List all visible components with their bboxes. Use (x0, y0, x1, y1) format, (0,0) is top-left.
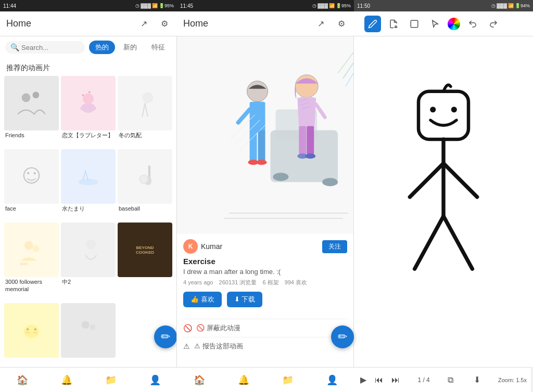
zoom-info: Zoom: 1.5x (498, 377, 527, 383)
search-input-wrap[interactable]: 🔍 (5, 41, 85, 54)
block-icon: 🚫 (183, 324, 192, 332)
avatar-initial: K (188, 243, 193, 250)
fast-forward-button[interactable]: ⏭ (389, 373, 402, 387)
list-item[interactable]: 水たまり (61, 149, 116, 220)
svg-point-1 (22, 94, 31, 102)
svg-point-8 (27, 172, 29, 174)
list-item[interactable] (4, 303, 59, 367)
post-actions: 👍 喜欢 ⬇ 下载 (183, 292, 347, 307)
app-bar-icons-left: ↗ ⚙ (137, 18, 171, 30)
svg-rect-41 (307, 126, 314, 154)
svg-point-19 (27, 329, 29, 331)
svg-point-28 (273, 173, 288, 181)
select-tool[interactable] (427, 16, 443, 32)
anime-grid: Friends ♥ ♥ 恋文【ラブレター】 (0, 76, 176, 367)
share-icon-mid[interactable]: ↗ (314, 18, 327, 30)
thumb-pikachu (4, 303, 59, 358)
svg-point-7 (24, 168, 39, 183)
thumb-followers: 3000 (4, 223, 59, 277)
svg-line-60 (415, 216, 443, 269)
card-label-friends: Friends (4, 130, 59, 142)
tab-bar: 热的 新的 特征 (89, 41, 171, 54)
color-picker[interactable] (448, 18, 460, 30)
nav-folder-right[interactable]: 📁 (277, 370, 298, 390)
list-item[interactable]: 冬の気配 (118, 76, 172, 147)
report-icon: ⚠ (183, 342, 190, 350)
post-likes: 994 喜欢 (285, 279, 307, 285)
list-item[interactable] (61, 303, 116, 367)
share-icon-left[interactable]: ↗ (137, 18, 150, 30)
svg-point-22 (33, 332, 37, 334)
search-input[interactable] (21, 44, 53, 51)
page-title-mid: Home (183, 18, 314, 29)
copy-button[interactable]: ⧉ (446, 373, 455, 387)
list-item[interactable]: face (4, 149, 59, 220)
like-button[interactable]: 👍 喜欢 (183, 292, 222, 307)
drawing-bottom-bar: ▶ ⏮ ⏭ 1 / 4 ⧉ ⬇ Zoom: 1.5x (354, 367, 531, 392)
download-button[interactable]: ⬇ 下载 (227, 292, 263, 307)
undo-icon[interactable] (464, 16, 481, 32)
pencil-fab-mid-icon: ✏ (338, 330, 347, 344)
thumb-naka (61, 223, 116, 277)
redo-icon[interactable] (485, 16, 502, 32)
card-label-love: 恋文【ラブレター】 (61, 130, 116, 142)
drawing-playback-controls: ▶ ⏮ ⏭ (358, 373, 402, 387)
shape-tool[interactable] (406, 16, 423, 32)
nav-user-right[interactable]: 👤 (322, 370, 342, 390)
svg-point-18 (24, 325, 39, 338)
svg-point-13 (139, 175, 148, 184)
drawing-panel[interactable] (354, 36, 533, 367)
svg-point-39 (295, 74, 318, 97)
bottom-nav-right: 🏠 🔔 📁 👤 (177, 367, 354, 392)
svg-point-20 (34, 329, 36, 331)
card-label-baseball: baseball (118, 204, 172, 215)
left-panel: 🔍 热的 新的 特征 推荐的动画片 Friends (0, 36, 177, 367)
thumb-face (4, 149, 59, 204)
nav-home-right[interactable]: 🏠 (189, 370, 210, 390)
nav-home-left[interactable]: 🏠 (12, 370, 33, 390)
list-item[interactable]: 中2 (61, 223, 116, 301)
svg-point-32 (247, 81, 268, 101)
follow-button[interactable]: 关注 (322, 240, 347, 253)
fill-tool[interactable] (385, 16, 402, 32)
list-item[interactable]: ♥ ♥ 恋文【ラブレター】 (61, 76, 116, 147)
post-options: 🚫 🚫 屏蔽此动漫 ⚠ ⚠ 报告这部动画 (177, 319, 353, 360)
list-item[interactable]: Friends (4, 76, 59, 147)
rewind-button[interactable]: ⏮ (373, 373, 385, 387)
play-button[interactable]: ▶ (358, 373, 369, 387)
thumb-friends (4, 76, 59, 130)
block-option[interactable]: 🚫 🚫 屏蔽此动漫 (183, 319, 347, 337)
tab-new[interactable]: 新的 (117, 41, 143, 54)
nav-bell-left[interactable]: 🔔 (56, 370, 77, 390)
list-item[interactable]: baseball (118, 149, 172, 220)
svg-point-55 (430, 107, 436, 112)
pencil-tool[interactable] (364, 16, 381, 32)
card-label-pikachu (4, 358, 59, 362)
download-drawing-button[interactable]: ⬇ (472, 373, 483, 387)
settings-icon-left[interactable]: ⚙ (158, 18, 171, 30)
svg-point-21 (26, 332, 30, 334)
nav-folder-left[interactable]: 📁 (100, 370, 121, 390)
svg-point-37 (257, 160, 267, 165)
svg-point-17 (86, 240, 96, 250)
settings-icon-mid[interactable]: ⚙ (335, 18, 348, 30)
nav-user-left[interactable]: 👤 (145, 370, 166, 390)
time-drawing: 11:50 (357, 3, 370, 9)
nav-bell-right[interactable]: 🔔 (233, 370, 254, 390)
tab-featured[interactable]: 特征 (145, 41, 171, 54)
svg-point-23 (82, 321, 90, 329)
card-label-lastcard (61, 358, 116, 362)
card-label-naka: 中2 (61, 277, 116, 289)
tab-hot[interactable]: 热的 (89, 41, 115, 54)
search-bar: 🔍 热的 新的 特征 (0, 36, 176, 58)
thumb-beyondcooked: BEYONDCOOKED (118, 223, 172, 277)
fab-mid[interactable]: ✏ (331, 325, 354, 348)
fab-left[interactable]: ✏ (154, 325, 177, 348)
report-option[interactable]: ⚠ ⚠ 报告这部动画 (183, 337, 347, 355)
author-name[interactable]: Kumar (201, 242, 222, 251)
svg-rect-40 (299, 126, 306, 154)
list-item[interactable]: 3000 3000 followers memorial (4, 223, 59, 301)
svg-point-15 (33, 245, 40, 252)
list-item[interactable]: BEYONDCOOKED (118, 223, 172, 301)
artwork-image (177, 37, 353, 234)
